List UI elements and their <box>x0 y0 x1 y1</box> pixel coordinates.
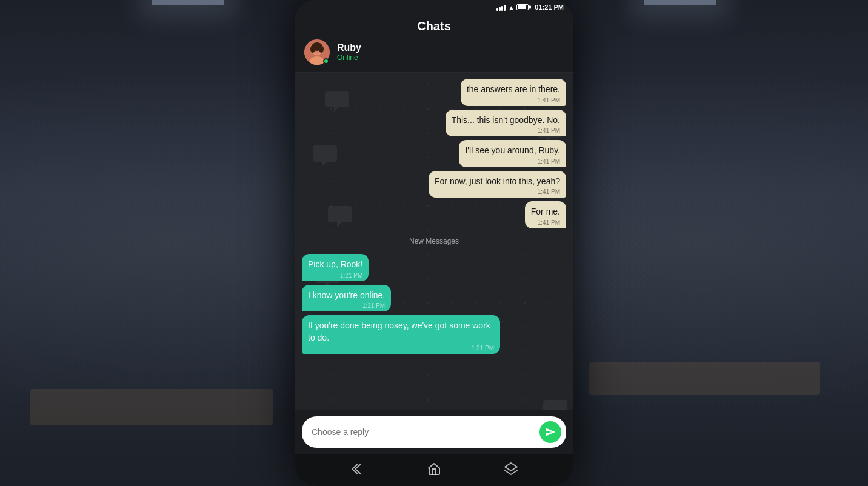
bubble-time: 1:41 PM <box>538 127 560 134</box>
back-nav-button[interactable] <box>350 462 364 476</box>
bubble-text: the answers are in there. <box>467 84 560 96</box>
bubble-time: 1:21 PM <box>472 345 494 351</box>
message-bubble-incoming: I know you're online. 1:21 PM <box>302 285 391 312</box>
bg-icon-8 <box>543 400 567 410</box>
bubble-time: 1:41 PM <box>538 158 560 165</box>
svg-point-30 <box>558 407 561 410</box>
contact-info: Ruby Online <box>337 42 361 62</box>
bubble-time: 1:41 PM <box>538 97 560 104</box>
divider-line-right <box>465 241 566 241</box>
battery-fill <box>518 5 526 9</box>
bubble-text: If you're done being nosey, we've got so… <box>308 320 494 344</box>
svg-point-5 <box>310 45 315 53</box>
status-bar: ▲ 01:21 PM <box>295 0 573 13</box>
chat-area[interactable]: the answers are in there. 1:41 PM This..… <box>295 73 573 410</box>
message-bubble-incoming: If you're done being nosey, we've got so… <box>302 315 500 354</box>
send-icon <box>545 427 556 438</box>
svg-point-29 <box>554 407 556 410</box>
bubble-time: 1:41 PM <box>538 188 560 195</box>
app-title: Chats <box>417 19 451 33</box>
bubble-text: This... this isn't goodbye. No. <box>452 115 560 127</box>
bubble-text: I'll see you around, Ruby. <box>465 145 560 157</box>
desk-left <box>30 389 273 425</box>
bottom-nav <box>295 454 573 486</box>
desk-right <box>589 362 820 395</box>
status-icons: ▲ <box>496 4 529 11</box>
bubble-time: 1:41 PM <box>538 219 560 226</box>
home-icon <box>427 462 441 476</box>
new-messages-divider: New Messages <box>302 232 566 250</box>
signal-bar-1 <box>496 8 498 11</box>
avatar-container <box>304 39 330 65</box>
signal-bar-4 <box>504 5 506 11</box>
chat-header: Ruby Online <box>295 33 573 73</box>
message-bubble: For now, just look into this, yeah? 1:41… <box>429 171 566 198</box>
signal-bar-3 <box>501 6 503 11</box>
svg-point-6 <box>319 45 324 53</box>
layers-icon <box>504 462 518 476</box>
home-nav-button[interactable] <box>427 462 441 476</box>
messages-container: the answers are in there. 1:41 PM This..… <box>295 73 573 360</box>
divider-label: New Messages <box>409 237 459 245</box>
ceiling-light-left <box>152 0 224 5</box>
send-button[interactable] <box>539 421 561 443</box>
layers-nav-button[interactable] <box>504 462 518 476</box>
message-bubble-incoming: Pick up, Rook! 1:21 PM <box>302 254 369 281</box>
phone-wrapper: ▲ 01:21 PM Chats <box>295 0 573 486</box>
back-icon <box>350 462 364 476</box>
input-area <box>295 410 573 454</box>
wifi-icon: ▲ <box>508 4 514 11</box>
status-time: 01:21 PM <box>535 4 564 11</box>
svg-marker-31 <box>505 463 517 471</box>
bubble-text: For me. <box>531 206 560 218</box>
reply-input[interactable] <box>312 427 535 437</box>
divider-line-left <box>302 241 403 241</box>
signal-bar-2 <box>499 7 501 11</box>
bubble-text: I know you're online. <box>308 290 385 302</box>
bubble-text: Pick up, Rook! <box>308 259 362 271</box>
phone: ▲ 01:21 PM Chats <box>295 0 573 486</box>
input-row <box>302 416 566 448</box>
signal-icon <box>496 4 506 11</box>
bubble-time: 1:21 PM <box>362 302 385 309</box>
message-bubble: I'll see you around, Ruby. 1:41 PM <box>459 140 566 167</box>
contact-name: Ruby <box>337 42 361 53</box>
battery-icon <box>516 4 529 10</box>
chats-title-row: Chats <box>295 13 573 33</box>
message-bubble: This... this isn't goodbye. No. 1:41 PM <box>446 110 566 137</box>
contact-status: Online <box>337 53 361 62</box>
ceiling-light-right <box>644 0 716 5</box>
online-indicator <box>323 58 329 64</box>
bubble-text: For now, just look into this, yeah? <box>435 176 560 188</box>
svg-point-28 <box>550 407 552 410</box>
message-bubble: For me. 1:41 PM <box>525 201 566 228</box>
bubble-time: 1:21 PM <box>340 272 362 279</box>
message-bubble: the answers are in there. 1:41 PM <box>461 79 566 106</box>
